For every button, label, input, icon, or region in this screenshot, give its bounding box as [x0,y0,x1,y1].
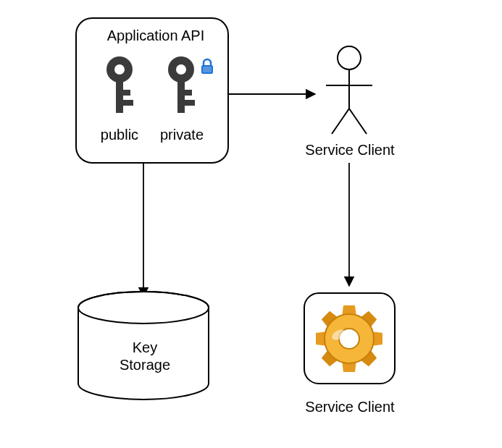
application-api-title: Application API [105,28,206,44]
key-icon-public [106,56,133,113]
svg-rect-2 [116,78,123,113]
key-icon-private [168,56,195,113]
actor-icon [326,46,372,134]
svg-rect-3 [123,90,130,96]
lock-icon [201,59,213,74]
storage-label: Key Storage [109,339,181,373]
svg-point-1 [114,64,125,75]
diagram-canvas: Application API public private Key Stora… [0,0,502,448]
svg-point-6 [176,64,186,75]
svg-rect-11 [203,67,212,72]
svg-rect-7 [177,78,185,113]
gear-icon [316,305,382,372]
key-private-label: private [156,127,207,143]
svg-rect-9 [185,100,195,106]
service-label: Service Client [303,399,397,415]
actor-label: Service Client [303,142,397,159]
key-public-label: public [98,127,141,143]
svg-rect-8 [185,90,192,96]
diagram-svg [0,0,502,448]
svg-line-16 [349,109,367,134]
svg-rect-4 [123,100,133,106]
svg-point-12 [338,46,361,69]
svg-line-15 [332,109,349,134]
